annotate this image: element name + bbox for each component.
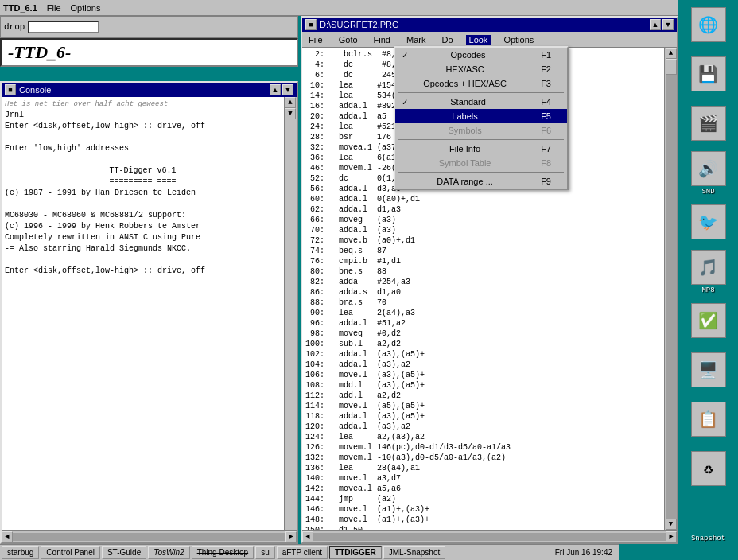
console-titlebar: ■ Console ▲ ▼ xyxy=(2,83,297,97)
disasm-title: D:\SUGRFET2.PRG xyxy=(320,20,399,29)
menu-datarange-label: DATA range ... xyxy=(437,177,493,186)
disasm-menu-options[interactable]: Options xyxy=(500,35,537,45)
desktop-icon-bird[interactable]: 🐦 xyxy=(682,199,736,247)
disasm-win-controls: ▲ ▼ xyxy=(650,19,674,30)
console-hscroll-track xyxy=(13,533,285,541)
menu-hexasc-key: F2 xyxy=(541,64,551,74)
disasm-menu-goto[interactable]: Goto xyxy=(336,35,361,45)
console-maximize-button[interactable]: ▼ xyxy=(282,84,293,95)
console-scroll-up[interactable]: ▲ xyxy=(285,97,296,108)
desktop-icon-monitor[interactable]: 🖥️ xyxy=(682,347,736,395)
menu-opcodes-hexasc-key: F3 xyxy=(541,79,551,88)
menu-item-labels[interactable]: Labels F5 xyxy=(395,109,567,123)
console-copyright2: (c) 1996 - 1999 by Henk Robbers te Amste… xyxy=(5,221,281,232)
console-bottom-scroll: ◄ ► xyxy=(2,530,297,542)
menu-standard-label: Standard xyxy=(450,97,486,107)
disasm-menu-mark[interactable]: Mark xyxy=(403,35,429,45)
drop-label: drop xyxy=(4,22,25,32)
disasm-scroll-up-btn[interactable]: ▲ xyxy=(666,48,677,59)
desktop-icon-sound[interactable]: 🔊 SND xyxy=(682,150,736,197)
menu-item-datarange[interactable]: DATA range ... F9 xyxy=(395,174,567,189)
disasm-scroll-down-btn[interactable]: ▼ xyxy=(666,519,677,530)
disasm-scroll-left-btn[interactable]: ◄ xyxy=(302,531,313,542)
menu-item-symboltable[interactable]: Symbol Table F8 xyxy=(395,156,567,170)
disasm-menu-look[interactable]: Look xyxy=(466,35,491,45)
console-ttdigger-title: TT-Digger v6.1 xyxy=(5,165,281,177)
menu-fileinfo-label: File Info xyxy=(449,144,480,154)
console-scrollbar[interactable]: ▲ ▼ xyxy=(284,97,297,530)
top-menu-file[interactable]: File xyxy=(47,3,61,13)
console-scroll-left[interactable]: ◄ xyxy=(2,531,13,542)
ttd-logo: -TTD_6- xyxy=(0,38,298,67)
menu-labels-label: Labels xyxy=(452,111,477,121)
menu-separator-2 xyxy=(398,139,564,140)
desktop-icon-clipboard[interactable]: 📋 xyxy=(682,396,736,444)
disasm-minimize-button[interactable]: ▲ xyxy=(650,19,661,30)
drop-progress-bar xyxy=(28,21,99,33)
ttd-outer: drop -TTD_6- ■ Console ▲ ▼ Het is net ti xyxy=(0,16,298,544)
top-menu-options[interactable]: Options xyxy=(71,3,101,13)
console-content: Het is net tien over half acht geweest J… xyxy=(2,97,284,530)
menu-item-fileinfo[interactable]: File Info F7 xyxy=(395,142,567,156)
console-window: ■ Console ▲ ▼ Het is net tien over half … xyxy=(0,81,298,544)
menu-separator-3 xyxy=(398,172,564,173)
menu-item-standard[interactable]: Standard F4 xyxy=(395,95,567,109)
disasm-menu-find[interactable]: Find xyxy=(371,35,394,45)
console-scroll-down[interactable]: ▼ xyxy=(285,108,296,119)
disasm-menubar: File Goto Find Mark Do Look Options xyxy=(302,32,677,48)
console-enter-low: Enter 'low,high' addresses xyxy=(5,143,281,154)
disasm-close-button[interactable]: ■ xyxy=(305,19,317,30)
drop-area: drop xyxy=(0,16,298,38)
main-area: drop -TTD_6- ■ Console ▲ ▼ Het is net ti xyxy=(0,16,678,560)
taskbar-jml-snapshot[interactable]: JML-Snapshot xyxy=(383,546,445,559)
console-divider: ========= ==== xyxy=(5,177,281,188)
menu-standard-key: F4 xyxy=(541,97,551,107)
console-jrnl: Jrnl xyxy=(5,110,281,121)
disasm-scroll-right-btn[interactable]: ► xyxy=(666,531,677,542)
taskbar: starbug Control Panel ST-Guide TosWin2 T… xyxy=(0,544,619,560)
menu-opcodes-key: F1 xyxy=(541,50,551,60)
taskbar-su[interactable]: su xyxy=(255,546,275,559)
console-titlebar-left: ■ Console xyxy=(5,84,51,95)
disasm-scroll-track xyxy=(666,59,677,519)
snapshot-label: Snapshot xyxy=(678,535,738,542)
console-enter2: Enter <disk,offset,low-high> :: drive, o… xyxy=(5,266,281,277)
disasm-menu-file[interactable]: File xyxy=(305,35,326,45)
desktop-icon-globe[interactable]: 🌐 xyxy=(682,2,736,49)
desktop-icon-video[interactable]: 🎬 xyxy=(682,100,736,148)
console-minimize-button[interactable]: ▲ xyxy=(270,84,281,95)
taskbar-starbug[interactable]: starbug xyxy=(2,546,39,559)
desktop-icon-check[interactable]: ✅ xyxy=(682,298,736,345)
console-win-controls: ▲ ▼ xyxy=(270,84,293,95)
menu-item-opcodes-hexasc[interactable]: Opcodes + HEX/ASC F3 xyxy=(395,76,567,91)
desktop-icon-mp8[interactable]: 🎵 MP8 xyxy=(682,248,736,296)
drive-icon: 💾 xyxy=(691,56,726,91)
disasm-scroll-thumb[interactable] xyxy=(666,59,677,75)
recycle-icon: ♻️ xyxy=(691,451,726,486)
taskbar-st-guide[interactable]: ST-Guide xyxy=(102,546,146,559)
desktop-icons-panel: 🌐 💾 🎬 🔊 SND 🐦 🎵 MP8 ✅ 🖥️ 📋 ♻️ xyxy=(678,0,738,541)
menu-item-hexasc[interactable]: HEX/ASC F2 xyxy=(395,62,567,76)
taskbar-toswin2[interactable]: TosWin2 xyxy=(148,546,189,559)
disasm-scrollbar[interactable]: ▲ ▼ xyxy=(664,48,677,530)
console-scroll-right[interactable]: ► xyxy=(285,531,297,542)
taskbar-control-panel[interactable]: Control Panel xyxy=(41,546,100,559)
console-close-button[interactable]: ■ xyxy=(5,84,16,95)
desktop-icon-drive[interactable]: 💾 xyxy=(682,51,736,99)
console-mc68030: MC68030 - MC68060 & MC68881/2 support: xyxy=(5,210,281,221)
taskbar-thing-desktop[interactable]: Thing Desktop xyxy=(192,546,254,559)
console-hint: Het is net tien over half acht geweest xyxy=(5,99,281,110)
disasm-maximize-button[interactable]: ▼ xyxy=(662,19,674,30)
taskbar-clock: Fri Jun 16 19:42 xyxy=(550,548,617,557)
menu-hexasc-label: HEX/ASC xyxy=(445,64,484,74)
monitor-icon: 🖥️ xyxy=(691,352,726,387)
disasm-menu-do[interactable]: Do xyxy=(438,35,456,45)
taskbar-aftp[interactable]: aFTP client xyxy=(277,546,328,559)
console-rewritten: Completely rewritten in ANSI C using Pur… xyxy=(5,232,281,243)
menu-item-opcodes[interactable]: Opcodes F1 xyxy=(395,48,567,62)
taskbar-ttdigger[interactable]: TTDIGGER xyxy=(329,546,382,559)
app-title: TTD_6.1 xyxy=(3,3,37,13)
console-spacer1 xyxy=(5,132,281,143)
desktop-icon-recycle[interactable]: ♻️ xyxy=(682,445,736,493)
menu-item-symbols[interactable]: Symbols F6 xyxy=(395,123,567,138)
